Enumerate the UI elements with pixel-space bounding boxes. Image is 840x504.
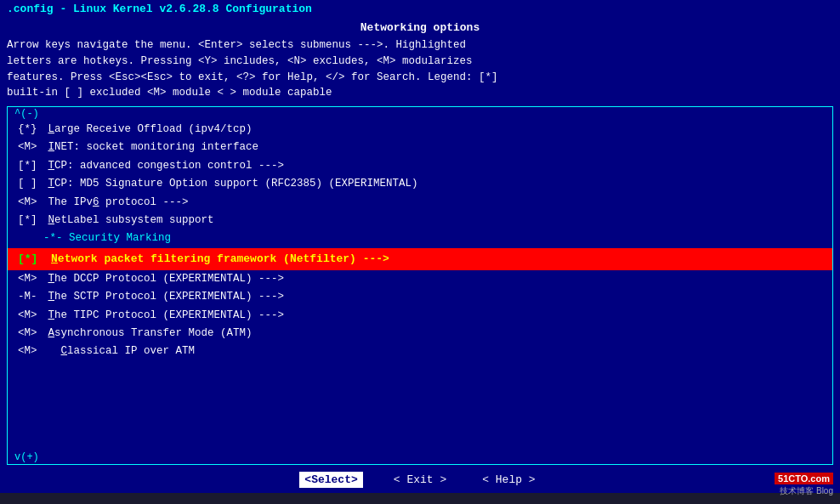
instruction-line2: letters are hotkeys. Pressing <Y> includ… bbox=[7, 54, 833, 70]
list-item[interactable]: <M> The DCCP Protocol (EXPERIMENTAL) ---… bbox=[8, 270, 832, 288]
list-item[interactable]: <M> The IPv6 protocol ---> bbox=[8, 194, 832, 212]
section-title: Networking options bbox=[7, 21, 833, 34]
list-item[interactable]: <M> Asynchronous Transfer Mode (ATM) bbox=[8, 325, 832, 343]
scroll-up-indicator: ^(-) bbox=[8, 107, 832, 121]
watermark: 51CTO.com 技术博客 Blog bbox=[775, 473, 833, 497]
list-item[interactable]: [*] TCP: advanced congestion control ---… bbox=[8, 157, 832, 175]
instruction-line4: built-in [ ] excluded <M> module < > mod… bbox=[7, 85, 833, 101]
list-item[interactable]: [ ] TCP: MD5 Signature Option support (R… bbox=[8, 175, 832, 193]
highlighted-menu-item[interactable]: [*] Network packet filtering framework (… bbox=[8, 248, 832, 270]
menu-box: ^(-) {*} Large Receive Offload (ipv4/tcp… bbox=[7, 106, 833, 465]
instruction-line3: features. Press <Esc><Esc> to exit, <?> … bbox=[7, 70, 833, 86]
help-button[interactable]: < Help > bbox=[477, 472, 540, 488]
menu-content[interactable]: {*} Large Receive Offload (ipv4/tcp) <M>… bbox=[8, 121, 832, 450]
watermark-sub: 技术博客 Blog bbox=[780, 485, 833, 497]
main-container: Networking options Arrow keys navigate t… bbox=[0, 18, 840, 493]
select-button[interactable]: <Select> bbox=[299, 472, 362, 488]
bottom-nav: <Select> < Exit > < Help > bbox=[7, 465, 833, 493]
title-bar: .config - Linux Kernel v2.6.28.8 Configu… bbox=[0, 0, 840, 18]
list-item[interactable]: <M> The TIPC Protocol (EXPERIMENTAL) ---… bbox=[8, 307, 832, 325]
instructions: Arrow keys navigate the menu. <Enter> se… bbox=[7, 37, 833, 101]
title-text: .config - Linux Kernel v2.6.28.8 Configu… bbox=[7, 3, 312, 15]
list-item[interactable]: <M> Classical IP over ATM bbox=[8, 343, 832, 360]
list-item[interactable]: <M> INET: socket monitoring interface bbox=[8, 139, 832, 156]
watermark-logo: 51CTO.com bbox=[775, 473, 833, 484]
list-item[interactable]: -M- The SCTP Protocol (EXPERIMENTAL) ---… bbox=[8, 288, 832, 306]
list-item[interactable]: {*} Large Receive Offload (ipv4/tcp) bbox=[8, 121, 832, 139]
list-item[interactable]: [*] NetLabel subsystem support bbox=[8, 212, 832, 229]
exit-button[interactable]: < Exit > bbox=[389, 472, 451, 488]
scroll-down-indicator: v(+) bbox=[8, 450, 832, 464]
instruction-line1: Arrow keys navigate the menu. <Enter> se… bbox=[7, 37, 833, 54]
separator-item: -*- Security Marking bbox=[8, 229, 832, 247]
